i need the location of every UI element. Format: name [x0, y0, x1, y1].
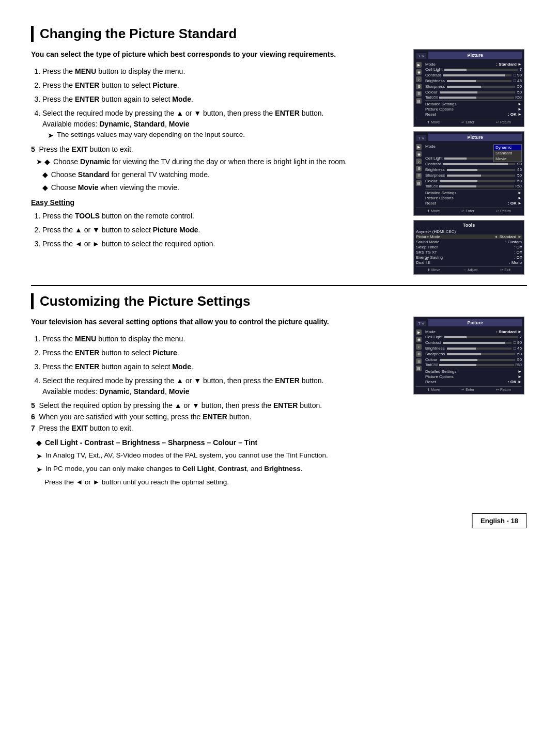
tv1-icon1: ▶	[416, 62, 422, 68]
settings-note: ➤ The settings values may vary depending…	[48, 130, 403, 141]
tv4-icon1: ▶	[416, 329, 422, 335]
tv2-reset-row: Reset: OK ►	[425, 201, 522, 206]
tv4-celllight-row: Cell Light 7	[425, 335, 522, 339]
step4: Select the required mode by pressing the…	[42, 108, 403, 141]
section1-steps: Press the MENU button to display the men…	[42, 66, 403, 141]
tv1-icon5: ☰	[416, 91, 422, 97]
tv1-reset-row: Reset: OK ►	[425, 112, 522, 117]
tv3-soundmode-row: Sound Mode : Custom	[416, 240, 522, 244]
s2-note1: ➤ In Analog TV, Ext., AV, S-Video modes …	[36, 450, 403, 462]
tv1-detail-row: Detailed Settings►	[425, 102, 522, 106]
tv-screen-1: T V Picture ▶ ◉ ♪ ⚙ ☰ ▤ Mode : Standard …	[413, 49, 524, 127]
easy-setting-label: Easy Setting	[31, 198, 403, 207]
tv-screen-4: T V Picture ▶ ◉ ♪ ⚙ ☰ ▤ Mode : Standard …	[413, 317, 524, 395]
tv2-icon4: ⚙	[416, 166, 422, 171]
bullet1: ➤ ◆ Choose Dynamic for viewing the TV du…	[36, 156, 403, 167]
section2-content: Your television has several setting opti…	[31, 317, 403, 487]
tv4-mode-row: Mode : Standard ►	[425, 329, 522, 334]
tv1-tint-row: Tint G50 R50	[425, 96, 522, 99]
section2-steps: Press the MENU button to display the men…	[42, 334, 403, 397]
tv4-content: Mode : Standard ► Cell Light 7 Contrast …	[425, 329, 522, 385]
tv4-label: T V	[416, 321, 426, 326]
section1-title: Changing the Picture Standard	[31, 26, 527, 42]
tv1-contrast-row: Contrast □ 90	[425, 73, 522, 77]
tv-screen-3: Tools Anynet+ (HDMI-CEC) Picture Mode ◄ …	[413, 220, 524, 275]
tv2-sharpness-row: Sharpness 50	[425, 173, 522, 178]
easy-step3: Press the ◄ or ► button to select the re…	[42, 239, 403, 249]
step2: Press the ENTER button to select Picture…	[42, 80, 403, 91]
tv4-title: Picture	[428, 319, 522, 326]
section1-content: You can select the type of picture which…	[31, 49, 403, 275]
tv2-icon2: ◉	[416, 151, 422, 157]
tv4-icon5: ☰	[416, 358, 422, 364]
mode-dynamic: Dynamic	[494, 145, 521, 150]
s2-note3: Press the ◄ or ► button until you reach …	[44, 477, 403, 487]
easy-step2: Press the ▲ or ▼ button to select Pictur…	[42, 225, 403, 235]
tv4-icons: ▶ ◉ ♪ ⚙ ☰ ▤	[416, 329, 423, 385]
tv1-icon4: ⚙	[416, 84, 422, 89]
tv2-icon6: ▤	[416, 180, 422, 186]
tv2-tint-row: Tint G50 R50	[425, 184, 522, 188]
tv2-title: Picture	[428, 134, 522, 141]
tv1-footer: ⬆ Move↵ Enter↩ Return	[416, 119, 522, 124]
tv4-icon2: ◉	[416, 337, 422, 342]
tv4-colour-row: Colour 50	[425, 357, 522, 362]
tv2-brightness-row: Brightness 45	[425, 167, 522, 172]
tv2-contrast-row: Contrast 90	[425, 162, 522, 166]
footer-text: English - 18	[472, 513, 527, 528]
s2-step6: 6 When you are satisfied with your setti…	[31, 413, 251, 421]
tv4-detail-row: Detailed Settings►	[425, 369, 522, 374]
tv-screen-2: T V Picture ▶ ◉ ♪ ⚙ ☰ ▤ Dynamic	[413, 131, 524, 216]
step1: Press the MENU button to display the men…	[42, 66, 403, 77]
tv3-title: Tools	[416, 223, 522, 228]
tv1-brightness-row: Brightness □ 45	[425, 78, 522, 83]
section2-title: Customizing the Picture Settings	[31, 293, 527, 309]
tv2-icon3: ♪	[416, 159, 422, 164]
tv4-tint-row: Tint G50 R50	[425, 363, 522, 367]
tv3-srs-row: SRS TS XT : Off	[416, 250, 522, 255]
step3: Press the ENTER button again to select M…	[42, 94, 403, 105]
section1-images: T V Picture ▶ ◉ ♪ ⚙ ☰ ▤ Mode : Standard …	[413, 49, 527, 275]
tv2-colour-row: Colour 50	[425, 179, 522, 183]
tv1-picopt-row: Picture Options►	[425, 107, 522, 112]
tv4-reset-row: Reset: OK ►	[425, 380, 522, 384]
s2-step2: Press the ENTER button to select Picture…	[42, 348, 403, 358]
tv1-icons: ▶ ◉ ♪ ⚙ ☰ ▤	[416, 62, 423, 117]
s2-step4: Select the required mode by pressing the…	[42, 375, 403, 397]
tv1-sharpness-row: Sharpness 50	[425, 84, 522, 89]
mode-movie: Movie	[494, 156, 521, 162]
tv3-anynet-row: Anynet+ (HDMI-CEC)	[416, 229, 522, 234]
tv1-content: Mode : Standard ► Cell Light 7 Contrast …	[425, 62, 522, 117]
tv2-icon5: ☰	[416, 173, 422, 179]
section2-images: T V Picture ▶ ◉ ♪ ⚙ ☰ ▤ Mode : Standard …	[413, 317, 527, 487]
tv4-contrast-row: Contrast □ 90	[425, 340, 522, 345]
tv3-footer: ⬆ Move↔ Adjust↩ Exit	[416, 266, 522, 272]
page-footer: English - 18	[31, 498, 527, 528]
tv2-picopt-row: Picture Options►	[425, 196, 522, 200]
available-modes-label: Available modes: Dynamic, Standard, Movi…	[42, 120, 190, 128]
tv4-sharpness-row: Sharpness 50	[425, 352, 522, 356]
mode-standard: Standard	[494, 150, 521, 156]
tv4-icon3: ♪	[416, 344, 422, 350]
tv2-content: Dynamic Standard Movie Mode Cell Light 7	[425, 144, 522, 206]
tv4-icon4: ⚙	[416, 351, 422, 357]
tv2-detail-row: Detailed Settings►	[425, 191, 522, 195]
s2-step1: Press the MENU button to display the men…	[42, 334, 403, 344]
easy-step1: Press the TOOLS button on the remote con…	[42, 211, 403, 222]
tv4-picopt-row: Picture Options►	[425, 374, 522, 379]
s2-step5: 5 Select the required option by pressing…	[31, 401, 322, 410]
section1-intro: You can select the type of picture which…	[31, 49, 403, 60]
tv2-footer: ⬆ Move↵ Enter↩ Return	[416, 208, 522, 213]
tv1-icon6: ▤	[416, 98, 422, 104]
s2-step7: 7 Press the EXIT button to exit.	[31, 424, 133, 432]
tv3-picturemode-row: Picture Mode ◄ Standard ►	[416, 234, 522, 239]
section2-intro: Your television has several setting opti…	[31, 317, 403, 327]
tv2-icon1: ▶	[416, 144, 422, 150]
tv1-mode-row: Mode : Standard ►	[425, 62, 522, 67]
tv3-dual-row: Dual I-II : Mono	[416, 260, 522, 265]
bullet2: ◆ Choose Standard for general TV watchin…	[36, 169, 403, 180]
s2-step3: Press the ENTER button again to select M…	[42, 361, 403, 372]
tv1-icon3: ♪	[416, 76, 422, 82]
tv4-footer: ⬆ Move↵ Enter↩ Return	[416, 386, 522, 392]
tv1-label: T V	[416, 53, 426, 59]
